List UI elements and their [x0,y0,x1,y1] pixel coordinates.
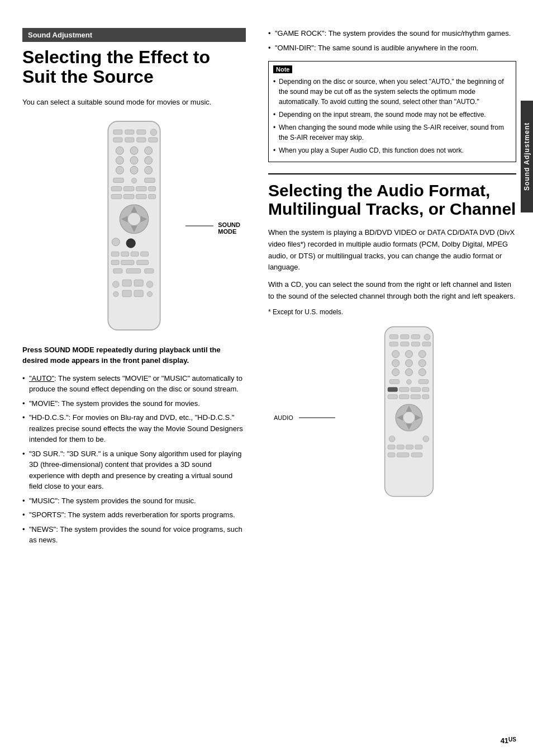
svg-rect-25 [111,194,122,199]
list-item: "HD-D.C.S.": For movies on Blu-ray and D… [22,412,246,445]
svg-rect-79 [399,388,409,392]
section-text-1: When the system is playing a BD/DVD VIDE… [268,227,516,273]
svg-point-67 [406,350,413,357]
svg-rect-94 [388,445,395,449]
svg-point-71 [418,360,426,367]
footnote: * Except for U.S. models. [268,308,516,316]
right-bullet-list: "GAME ROCK": The system provides the sou… [268,28,516,53]
svg-rect-95 [397,445,404,449]
svg-point-4 [150,129,157,136]
svg-rect-8 [149,138,158,142]
audio-label: AUDIO [274,414,293,421]
svg-rect-97 [415,445,422,449]
list-item: "AUTO": The system selects "MOVIE" or "M… [22,373,246,395]
note-item: When you play a Super Audio CD, this fun… [273,145,511,155]
note-item: Depending on the input stream, the sound… [273,110,511,120]
svg-point-68 [418,350,426,357]
svg-rect-59 [401,334,409,339]
svg-rect-44 [113,268,122,273]
sound-mode-label: SOUND MODE [218,221,240,235]
svg-rect-78 [388,388,397,392]
svg-rect-49 [134,280,143,286]
svg-point-12 [116,157,123,164]
svg-rect-52 [122,290,131,297]
svg-rect-38 [121,252,129,256]
list-item: "MOVIE": The system provides the sound f… [22,398,246,409]
svg-rect-98 [388,453,395,457]
svg-rect-26 [123,194,134,199]
sidebar-label: Sound Adjustment [521,101,533,212]
svg-point-47 [113,281,120,288]
svg-rect-84 [411,395,420,399]
list-item: "GAME ROCK": The system provides the sou… [268,28,516,39]
svg-point-30 [127,212,140,225]
svg-rect-53 [134,290,143,297]
right-column: "GAME ROCK": The system provides the sou… [263,28,516,728]
svg-rect-22 [123,186,134,191]
svg-rect-99 [397,453,409,457]
svg-rect-37 [111,252,119,256]
list-item: "SPORTS": The system adds reverberation … [22,509,246,521]
note-item: When changing the sound mode while using… [273,122,511,143]
svg-point-70 [406,360,413,367]
svg-point-17 [145,166,153,174]
svg-rect-28 [149,194,156,199]
svg-point-16 [130,166,138,174]
svg-rect-2 [125,130,134,134]
svg-rect-77 [418,379,428,384]
svg-point-93 [423,436,429,442]
svg-rect-64 [411,342,420,346]
note-box: Note Depending on the disc or source, wh… [268,61,516,162]
svg-rect-82 [388,395,397,399]
svg-point-73 [406,368,413,376]
svg-point-19 [131,178,136,183]
left-bullet-list: "AUTO": The system selects "MOVIE" or "M… [22,373,246,546]
intro-text: You can select a suitable sound mode for… [22,97,246,108]
svg-rect-7 [137,138,146,142]
section-divider [268,173,516,174]
svg-rect-27 [136,194,147,199]
svg-point-51 [113,291,118,296]
svg-rect-43 [137,260,149,264]
svg-rect-39 [131,252,139,256]
svg-rect-3 [137,130,146,134]
svg-rect-18 [113,178,124,182]
svg-rect-96 [406,445,413,449]
svg-rect-45 [126,268,141,273]
note-header: Note [273,65,292,73]
svg-point-69 [392,360,399,367]
svg-point-10 [130,147,138,154]
remote-illustration: SOUND MODE [22,118,246,333]
note-item: Depending on the disc or source, when yo… [273,77,511,107]
svg-rect-62 [389,342,398,346]
page-number: 41US [501,736,516,745]
svg-rect-42 [121,260,134,264]
svg-rect-24 [149,186,156,191]
svg-rect-23 [136,186,147,191]
svg-point-61 [424,334,430,340]
note-list: Depending on the disc or source, when yo… [273,77,511,155]
bold-instruction: Press SOUND MODE repeatedly during playb… [22,344,246,366]
list-item: "OMNI-DIR": The same sound is audible an… [268,42,516,54]
svg-rect-63 [401,342,409,346]
svg-rect-100 [411,453,422,457]
svg-rect-60 [411,334,420,339]
svg-point-35 [112,238,120,246]
svg-rect-80 [411,388,420,392]
svg-point-11 [145,147,153,154]
list-item: "3D SUR.": "3D SUR." is a unique Sony al… [22,448,246,492]
svg-rect-48 [122,280,131,286]
svg-rect-75 [389,379,399,384]
svg-point-76 [407,379,412,384]
section-text-2: With a CD, you can select the sound from… [268,279,516,303]
svg-rect-65 [422,342,431,346]
svg-rect-5 [113,138,122,142]
svg-rect-41 [111,260,119,264]
svg-point-66 [392,350,399,357]
svg-rect-85 [422,395,429,399]
section-header: Sound Adjustment [22,28,246,42]
svg-point-74 [418,368,426,376]
svg-rect-40 [141,252,149,256]
svg-rect-81 [422,388,429,392]
svg-rect-6 [125,138,134,142]
